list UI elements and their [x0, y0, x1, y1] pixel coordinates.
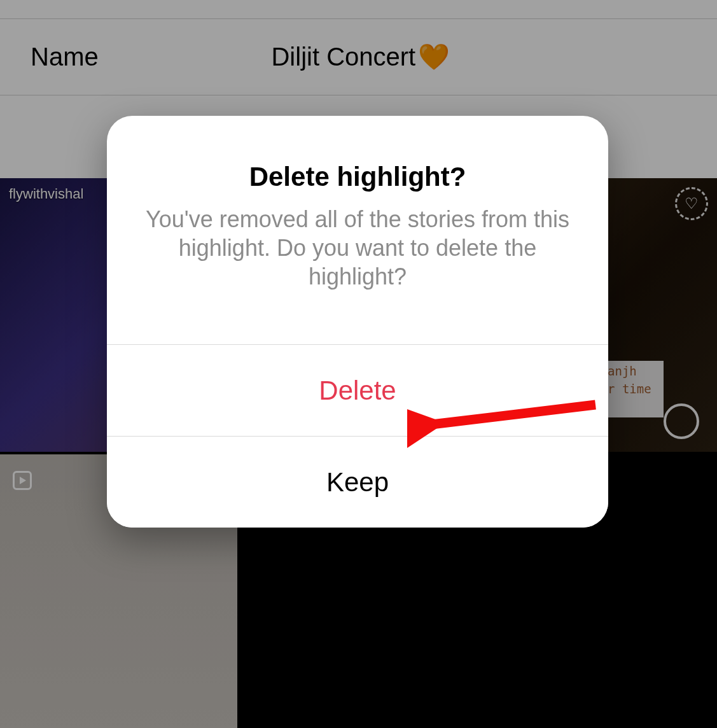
- delete-highlight-dialog: Delete highlight? You've removed all of …: [107, 116, 608, 528]
- keep-button[interactable]: Keep: [107, 436, 608, 528]
- dialog-title: Delete highlight?: [107, 116, 608, 205]
- dialog-message: You've removed all of the stories from t…: [107, 205, 608, 344]
- delete-button[interactable]: Delete: [107, 344, 608, 436]
